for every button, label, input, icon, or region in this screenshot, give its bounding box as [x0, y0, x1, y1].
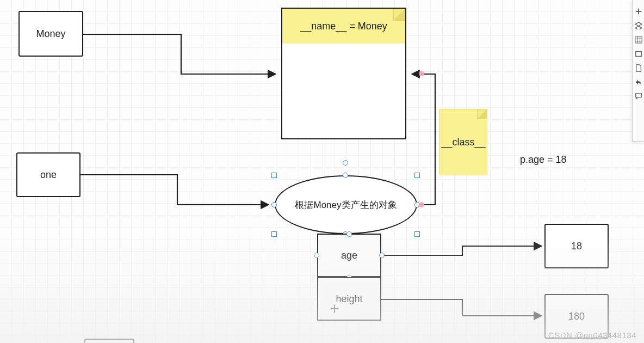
class-header-text: __name__ = Money [300, 21, 387, 32]
note-text: __class__ [441, 137, 485, 148]
link-endpoint-icon [419, 71, 424, 76]
connection-handle[interactable] [343, 160, 348, 166]
text-expression: p.age = 18 [520, 154, 567, 166]
node-label: Money [36, 28, 65, 40]
watermark: CSDN @qq043448134 [548, 330, 636, 340]
move-cursor-icon [330, 304, 339, 314]
toolbar-rect-icon[interactable] [635, 50, 642, 58]
node-label: 18 [571, 241, 582, 252]
cell-height[interactable]: height [317, 277, 381, 321]
selection-handle[interactable] [271, 231, 277, 237]
node-label: one [40, 169, 57, 181]
selection-handle[interactable] [414, 173, 420, 178]
fold-corner-icon [393, 9, 405, 21]
toolbar-plus-icon[interactable] [635, 8, 642, 15]
fold-corner-icon [477, 109, 487, 119]
diagram-canvas[interactable]: Money one __name__ = Money __class__ 根据M… [0, 0, 644, 343]
toolbar-grid-icon[interactable] [635, 36, 642, 44]
cell-label: age [341, 250, 357, 261]
link-endpoint-icon [419, 202, 424, 207]
svg-rect-1 [635, 52, 641, 57]
node-partial[interactable] [84, 339, 134, 343]
selection-handle[interactable] [271, 173, 277, 178]
note-class[interactable]: __class__ [439, 109, 487, 175]
toolbar-comment-icon[interactable] [635, 93, 642, 100]
toolbar-undo-icon[interactable] [635, 78, 642, 86]
node-one[interactable]: one [16, 152, 81, 197]
ellipse-text: 根据Money类产生的对象 [295, 199, 397, 211]
svg-rect-0 [635, 36, 641, 43]
connection-handle[interactable] [379, 253, 385, 258]
node-class[interactable]: __name__ = Money [281, 8, 406, 139]
connection-handle[interactable] [314, 253, 319, 258]
node-value-18[interactable]: 18 [544, 224, 609, 268]
connection-handle[interactable] [346, 231, 352, 237]
cell-age[interactable]: age [317, 234, 381, 277]
connection-handle[interactable] [343, 173, 348, 178]
cell-label: height [336, 293, 362, 305]
connection-handle[interactable] [271, 202, 277, 207]
class-header: __name__ = Money [282, 9, 405, 44]
node-label: 180 [568, 311, 585, 322]
right-toolbar [632, 0, 644, 142]
toolbar-layers-icon[interactable] [635, 22, 642, 29]
node-instance-ellipse[interactable]: 根据Money类产生的对象 [275, 175, 417, 234]
toolbar-doc-icon[interactable] [635, 64, 642, 72]
selection-handle[interactable] [414, 231, 420, 237]
node-money[interactable]: Money [18, 11, 83, 57]
